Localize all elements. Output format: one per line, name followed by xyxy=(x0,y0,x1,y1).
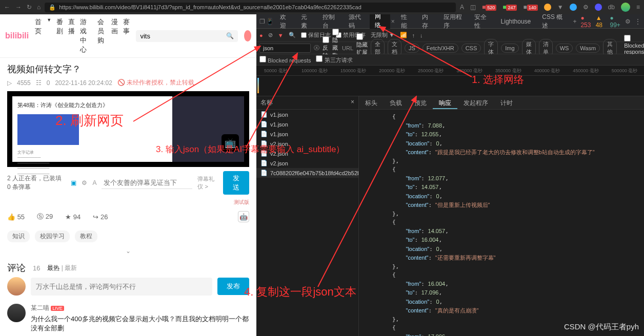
type-js[interactable]: JS xyxy=(405,44,419,53)
detail-tabs: 标头 负载 预览 响应 发起程序 计时 xyxy=(359,96,644,110)
plus-icon[interactable]: + xyxy=(570,18,579,25)
tab-lighthouse[interactable]: Lighthouse xyxy=(496,15,536,28)
danmu-settings-icon[interactable]: ⚙ xyxy=(82,179,87,186)
download-icon[interactable]: ↓ xyxy=(420,32,423,38)
warning-count[interactable]: ▲ 48 xyxy=(596,14,606,29)
url-bar[interactable]: 🔒 https://www.bilibili.com/video/BV1i841… xyxy=(45,3,456,12)
ext-icon[interactable]: ■140 xyxy=(523,4,537,11)
coin-button[interactable]: Ⓢ 29 xyxy=(37,212,53,221)
tab-payload[interactable]: 负载 xyxy=(384,96,408,109)
type-ws[interactable]: WS xyxy=(556,44,573,53)
third-party-checkbox[interactable]: 第三方请求 xyxy=(316,55,352,64)
wifi-icon[interactable]: 📶 xyxy=(400,32,407,38)
name-column-header[interactable]: 名称 xyxy=(260,98,273,107)
device-icon[interactable]: 📱 xyxy=(266,18,274,25)
error-count[interactable]: ● 253 xyxy=(580,14,591,29)
ext-icon[interactable] xyxy=(544,4,551,11)
menu-icon[interactable]: ≡ xyxy=(636,4,640,11)
info-count[interactable]: ● 99+ xyxy=(610,14,621,29)
more-icon[interactable]: ⋮ xyxy=(635,18,641,25)
request-row[interactable]: 📄 v2.json xyxy=(256,149,358,158)
nav-shop[interactable]: 会员购 xyxy=(97,17,107,54)
tab-initiator[interactable]: 发起程序 xyxy=(457,96,494,109)
request-row[interactable]: 📄 v1.json xyxy=(256,110,358,119)
ext-icon[interactable]: db xyxy=(608,4,615,11)
tab-headers[interactable]: 标头 xyxy=(359,96,384,109)
my-avatar[interactable] xyxy=(7,277,26,296)
request-row[interactable]: 📄 v1.json xyxy=(256,129,358,139)
filter-icon[interactable]: ▼ xyxy=(278,32,284,38)
commenter-avatar[interactable] xyxy=(7,304,26,322)
ext-icon[interactable] xyxy=(595,4,602,11)
tag[interactable]: 知识 xyxy=(7,230,30,242)
throttle-select[interactable]: 无限制 ▼ xyxy=(371,31,395,39)
toggle-danmu-icon[interactable]: ▣ xyxy=(71,179,76,186)
nav-home[interactable]: 首页 xyxy=(35,17,42,54)
type-wasm[interactable]: Wasm xyxy=(576,44,600,53)
search-icon[interactable]: 🔍 xyxy=(289,32,296,38)
reload-icon[interactable]: ↻ xyxy=(27,4,32,11)
timeline-chart[interactable] xyxy=(256,76,644,96)
zen-icon[interactable]: ◫ xyxy=(470,4,476,11)
ext-icon[interactable]: ⚙ xyxy=(583,4,589,11)
type-img[interactable]: Img xyxy=(501,44,518,53)
nav-anime[interactable]: 番剧 xyxy=(56,17,63,54)
filter-input[interactable] xyxy=(259,44,311,53)
video-player[interactable]: 第48期：许涛《创业能力之创造力》 文字记录──────────────────… xyxy=(7,91,249,167)
reader-icon[interactable]: A xyxy=(460,4,464,11)
sort-hot[interactable]: 最热 xyxy=(47,264,59,271)
publish-button[interactable]: 发布 xyxy=(217,278,249,295)
tab-preview[interactable]: 预览 xyxy=(408,96,433,109)
type-xhr[interactable]: Fetch/XHR xyxy=(422,44,458,53)
clear-filter-icon[interactable]: ⓧ xyxy=(314,44,319,52)
fav-button[interactable]: ★ 94 xyxy=(65,213,80,221)
send-danmu-button[interactable]: 发送 xyxy=(223,171,249,195)
tag[interactable]: 教程 xyxy=(75,230,97,242)
tab-timing[interactable]: 计时 xyxy=(494,96,519,109)
tag[interactable]: 校园学习 xyxy=(35,230,70,242)
request-row[interactable]: 📄 v2.json xyxy=(256,158,358,168)
tab-response[interactable]: 响应 xyxy=(433,96,457,109)
blocked-req-checkbox[interactable]: Blocked requests xyxy=(259,56,311,64)
nav-match[interactable]: 赛事 xyxy=(123,17,130,54)
danmu-setting-label[interactable]: 弹幕礼仪 > xyxy=(197,175,217,191)
comment-input-row: 发布 xyxy=(0,277,256,301)
nav-game[interactable]: 游戏中心 xyxy=(80,17,92,54)
clear-icon[interactable]: ⊘ xyxy=(268,32,273,38)
home-icon[interactable]: ⌂ xyxy=(37,4,41,11)
forward-icon[interactable]: → xyxy=(15,4,22,11)
bili-logo[interactable]: bilibili xyxy=(5,31,29,40)
bot-icon[interactable]: 🤖 xyxy=(238,211,249,222)
tv-icon[interactable]: 📺 xyxy=(225,137,236,149)
share-button[interactable]: ↪ 26 xyxy=(93,213,108,221)
ext-icon[interactable]: ■247 xyxy=(502,4,517,11)
commenter-name[interactable]: 某二喵 xyxy=(31,304,49,311)
back-icon[interactable]: ← xyxy=(4,4,10,11)
request-row[interactable]: 📄 v2.json xyxy=(256,139,358,149)
gear-icon[interactable]: ⚙ xyxy=(625,18,631,25)
type-css[interactable]: CSS xyxy=(461,44,481,53)
danmu-input[interactable] xyxy=(102,177,192,189)
nav-live[interactable]: 直播 xyxy=(68,17,75,54)
search-box[interactable]: 🔍 xyxy=(136,30,238,42)
close-tab-icon[interactable]: × xyxy=(391,18,395,25)
request-row[interactable]: 📄 7c088202f6e047b75b18fd4cd2b52b2c34c... xyxy=(256,168,358,178)
request-row[interactable]: 📄 v1.json xyxy=(256,119,358,129)
font-icon[interactable]: A xyxy=(92,179,96,186)
ext-icon[interactable]: ■520 xyxy=(482,4,496,11)
ext-icon[interactable]: ▼ xyxy=(557,4,564,11)
nav-comic[interactable]: 漫画 xyxy=(111,17,118,54)
ext-icon[interactable] xyxy=(570,4,577,11)
close-icon[interactable]: × xyxy=(351,98,354,107)
user-avatar[interactable] xyxy=(244,30,251,41)
search-icon[interactable]: 🔍 xyxy=(226,32,234,39)
record-icon[interactable]: ● xyxy=(259,32,263,38)
like-button[interactable]: 👍 55 xyxy=(7,213,25,221)
sort-new[interactable]: 最新 xyxy=(65,264,77,271)
search-input[interactable] xyxy=(140,32,226,40)
comment-input[interactable] xyxy=(31,278,212,296)
inspector-icon[interactable]: ❐ xyxy=(259,18,265,25)
avatar-icon[interactable] xyxy=(621,3,630,12)
upload-icon[interactable]: ↑ xyxy=(412,32,415,38)
json-response-view[interactable]: { "from": 7.088, "to": 12.055, "location… xyxy=(359,110,644,336)
